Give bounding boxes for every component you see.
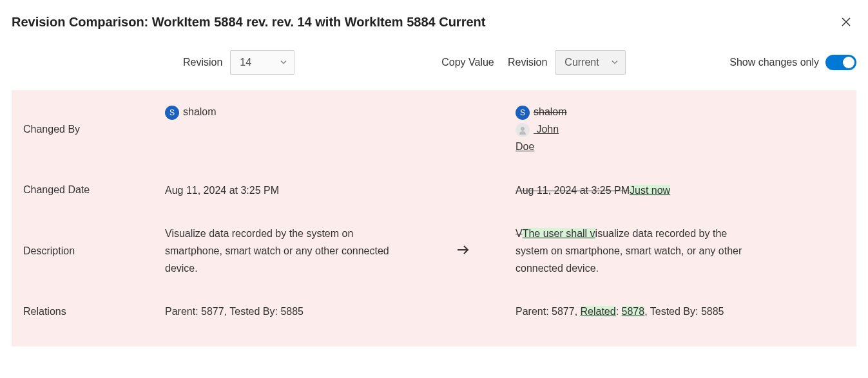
relations-suffix: , Tested By: 5885 xyxy=(644,306,724,317)
close-icon xyxy=(841,17,851,27)
user-name-added-line2: Doe xyxy=(516,141,534,152)
user-name-added-line1: John xyxy=(534,124,559,135)
field-label-relations: Relations xyxy=(23,306,152,317)
revision-dropdown-left[interactable]: 14 xyxy=(230,50,294,75)
toggle-thumb xyxy=(843,57,854,68)
show-changes-only-toggle[interactable] xyxy=(825,55,856,70)
arrow-right-icon[interactable] xyxy=(455,242,470,260)
dialog-title: Revision Comparison: WorkItem 5884 rev. … xyxy=(12,15,485,30)
relations-related-id: 5878 xyxy=(622,306,645,317)
user-name: shalom xyxy=(183,106,217,117)
field-label-changed-by: Changed By xyxy=(23,124,152,135)
field-label-description: Description xyxy=(23,245,152,257)
relations-prefix: Parent: 5877, xyxy=(516,306,581,317)
chevron-down-icon xyxy=(280,57,287,68)
description-left: Visualize data recorded by the system on… xyxy=(165,225,410,278)
svg-point-0 xyxy=(521,127,525,131)
chevron-down-icon xyxy=(611,57,619,68)
revision-dropdown-right[interactable]: Current xyxy=(555,50,626,75)
avatar-placeholder-icon xyxy=(516,123,530,137)
relations-related-label: Related xyxy=(581,306,616,317)
user-name-removed: shalom xyxy=(534,106,567,117)
revision-value-left: 14 xyxy=(240,57,251,68)
relations-right: Parent: 5877, Related: 5878, Tested By: … xyxy=(516,303,760,320)
close-button[interactable] xyxy=(836,12,856,32)
show-changes-only-label: Show changes only xyxy=(729,57,819,68)
avatar: S xyxy=(516,106,530,120)
date-removed: Aug 11, 2024 at 3:25 PM xyxy=(516,185,630,196)
revision-value-right: Current xyxy=(564,57,599,68)
changed-date-right: Aug 11, 2024 at 3:25 PMJust now xyxy=(516,182,760,199)
copy-value-button[interactable]: Copy Value xyxy=(428,57,508,68)
description-added: The user shall v xyxy=(523,228,595,239)
date-added: Just now xyxy=(630,185,670,196)
changed-date-left: Aug 11, 2024 at 3:25 PM xyxy=(165,182,410,199)
field-label-changed-date: Changed Date xyxy=(23,184,152,196)
revision-label-right: Revision xyxy=(508,57,547,68)
changed-by-left: Sshalom xyxy=(165,103,410,156)
description-removed: V xyxy=(516,228,523,239)
diff-panel: Changed By Sshalom Sshalom John Doe Chan… xyxy=(12,90,856,346)
avatar: S xyxy=(165,106,179,120)
relations-colon: : xyxy=(616,306,622,317)
description-right: VThe user shall visualize data recorded … xyxy=(516,225,760,278)
relations-left: Parent: 5877, Tested By: 5885 xyxy=(165,303,410,320)
revision-label-left: Revision xyxy=(183,57,222,68)
changed-by-right: Sshalom John Doe xyxy=(516,103,760,156)
